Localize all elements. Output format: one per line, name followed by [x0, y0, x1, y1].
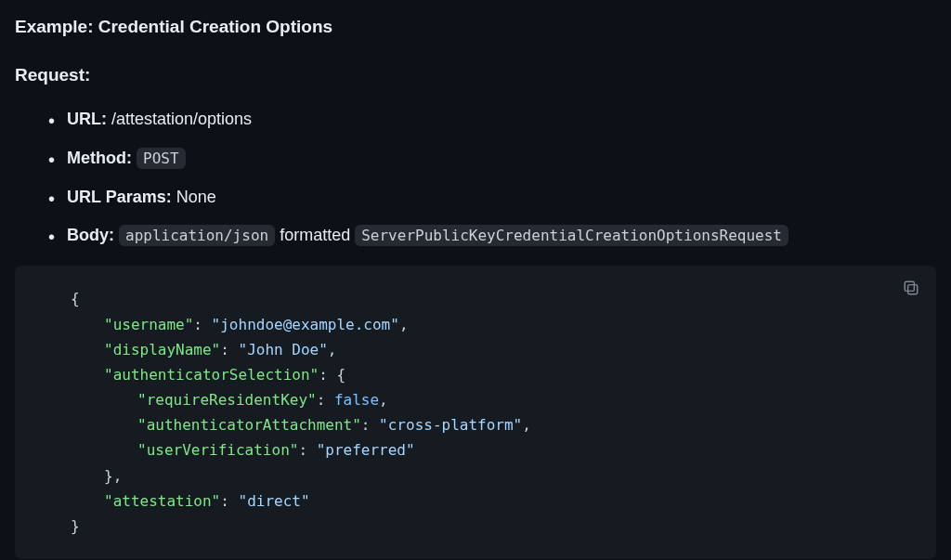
- code-content: { "username": "johndoe@example.com","dis…: [71, 286, 910, 539]
- body-mime-code: application/json: [119, 225, 275, 246]
- method-value-code: POST: [137, 148, 186, 169]
- list-item-url-params: URL Params: None: [48, 185, 936, 211]
- url-params-value: None: [176, 188, 216, 206]
- url-label: URL:: [67, 110, 107, 128]
- copy-icon[interactable]: [903, 279, 921, 297]
- body-label: Body:: [67, 226, 114, 244]
- url-params-label: URL Params:: [67, 188, 172, 206]
- svg-rect-0: [908, 285, 918, 294]
- body-type-code: ServerPublicKeyCredentialCreationOptions…: [355, 225, 788, 246]
- code-block: { "username": "johndoe@example.com","dis…: [15, 266, 936, 559]
- list-item-body: Body: application/json formatted ServerP…: [48, 223, 936, 249]
- example-heading: Example: Credential Creation Options: [15, 13, 936, 41]
- method-label: Method:: [67, 149, 132, 167]
- list-item-method: Method: POST: [48, 146, 936, 172]
- request-subheading: Request:: [15, 61, 936, 89]
- body-formatted-text: formatted: [280, 226, 350, 244]
- request-details-list: URL: /attestation/options Method: POST U…: [15, 107, 936, 250]
- svg-rect-1: [905, 282, 914, 292]
- list-item-url: URL: /attestation/options: [48, 107, 936, 133]
- url-value-text: /attestation/options: [111, 110, 252, 128]
